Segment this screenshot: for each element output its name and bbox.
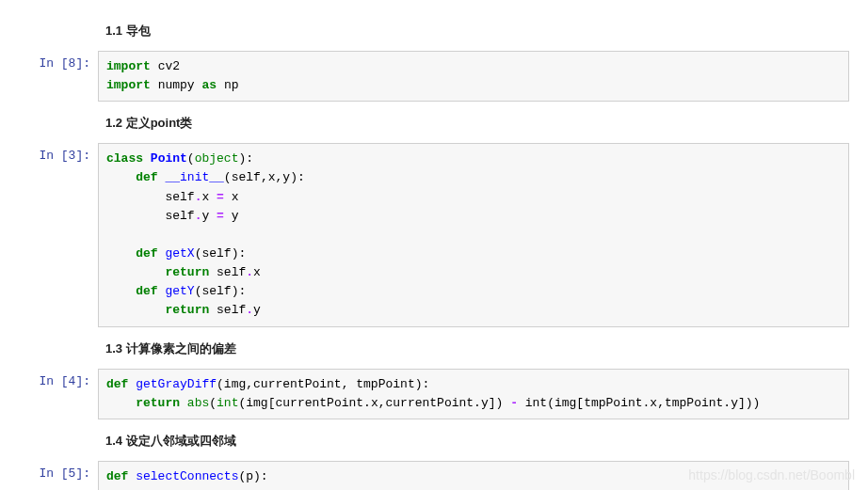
code-input-area[interactable]: def getGrayDiff(img,currentPoint, tmpPoi…: [98, 369, 849, 419]
input-prompt: In [5]:: [0, 461, 98, 481]
input-prompt: In [3]:: [0, 143, 98, 163]
input-prompt: In [8]:: [0, 51, 98, 71]
code-input-area[interactable]: def selectConnects(p): if p == 8: connec…: [98, 461, 849, 490]
code-cell: In [5]: def selectConnects(p): if p == 8…: [0, 461, 849, 490]
section-heading-1-1: 1.1 导包: [105, 23, 849, 40]
code-content: def selectConnects(p): if p == 8: connec…: [106, 467, 841, 490]
code-input-area[interactable]: import cv2 import numpy as np: [98, 51, 849, 102]
section-heading-1-3: 1.3 计算像素之间的偏差: [105, 340, 849, 357]
code-cell: In [4]: def getGrayDiff(img,currentPoint…: [0, 369, 849, 419]
input-prompt: In [4]:: [0, 369, 98, 388]
section-heading-1-2: 1.2 定义point类: [105, 115, 849, 132]
notebook-container: 1.1 导包 In [8]: import cv2 import numpy a…: [0, 23, 849, 490]
code-content: import cv2 import numpy as np: [106, 57, 841, 95]
code-cell: In [8]: import cv2 import numpy as np: [0, 51, 849, 102]
code-cell: In [3]: class Point(object): def __init_…: [0, 143, 849, 326]
code-content: class Point(object): def __init__(self,x…: [106, 150, 841, 320]
section-heading-1-4: 1.4 设定八邻域或四邻域: [105, 433, 849, 450]
code-content: def getGrayDiff(img,currentPoint, tmpPoi…: [106, 375, 841, 413]
code-input-area[interactable]: class Point(object): def __init__(self,x…: [98, 143, 849, 326]
